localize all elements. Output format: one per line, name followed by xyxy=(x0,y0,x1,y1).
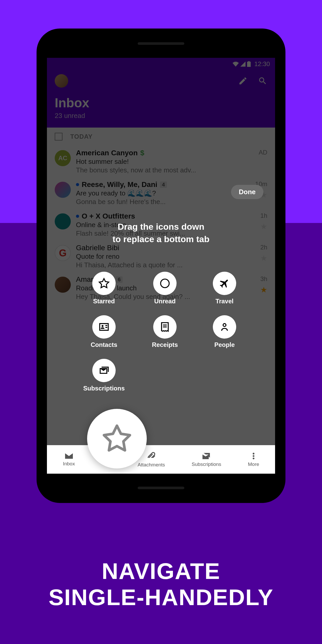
home-indicator[interactable] xyxy=(146,458,176,462)
drag-receipts[interactable]: Receipts xyxy=(145,315,184,348)
subscriptions-icon xyxy=(202,452,211,460)
svg-point-11 xyxy=(253,458,255,459)
done-button[interactable]: Done xyxy=(231,185,263,199)
nav-subscriptions[interactable]: Subscriptions xyxy=(192,452,221,467)
svg-point-3 xyxy=(102,325,103,327)
dragged-star-bubble[interactable] xyxy=(87,409,147,468)
drag-starred[interactable]: Starred xyxy=(83,272,125,305)
draggable-icons-grid: Starred Unread Travel Contacts Receipts xyxy=(83,272,244,392)
contacts-icon xyxy=(98,321,110,333)
receipt-icon xyxy=(159,321,171,333)
app-screen: 12:30 Inbox 23 unread TODAY xyxy=(47,58,275,474)
person-icon xyxy=(219,321,230,333)
drag-travel[interactable]: Travel xyxy=(205,272,244,305)
drag-contacts[interactable]: Contacts xyxy=(83,315,125,348)
more-icon xyxy=(249,452,258,460)
svg-point-10 xyxy=(253,455,255,457)
drag-subscriptions[interactable]: Subscriptions xyxy=(83,359,125,392)
drag-people[interactable]: People xyxy=(205,315,244,348)
phone-frame: 12:30 Inbox 23 unread TODAY xyxy=(37,29,285,503)
nav-more[interactable]: More xyxy=(248,452,259,467)
svg-point-2 xyxy=(161,279,169,288)
subscriptions-icon xyxy=(98,365,110,376)
circle-icon xyxy=(159,278,171,289)
star-icon xyxy=(98,278,110,289)
svg-point-8 xyxy=(223,324,226,326)
star-icon xyxy=(101,423,132,454)
drag-unread[interactable]: Unread xyxy=(145,272,184,305)
promo-caption: NAVIGATE SINGLE-HANDEDLY xyxy=(0,558,322,610)
inbox-icon xyxy=(64,452,74,460)
airplane-icon xyxy=(219,278,230,289)
svg-point-9 xyxy=(253,453,255,454)
tutorial-text: Drag the icons down to replace a bottom … xyxy=(113,221,209,245)
nav-inbox[interactable]: Inbox xyxy=(63,452,75,467)
